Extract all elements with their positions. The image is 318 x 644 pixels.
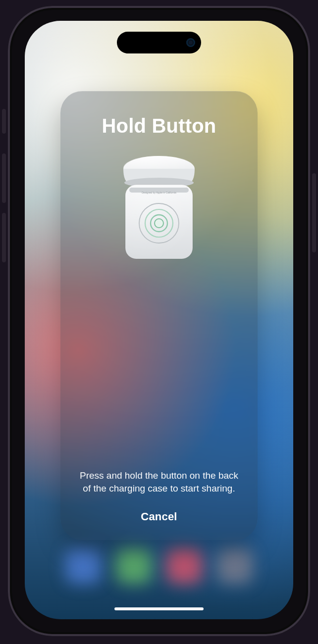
- side-button-ringer: [2, 109, 6, 134]
- dock-app-blur: [65, 548, 101, 584]
- iphone-frame: Hold Button: [0, 0, 318, 644]
- dock-app-blur: [217, 548, 253, 584]
- pairing-modal: Hold Button: [60, 91, 258, 540]
- svg-text:Designed by Apple in Californi: Designed by Apple in California: [142, 191, 176, 194]
- airpods-case-icon: Designed by Apple in California: [115, 154, 203, 268]
- dock-app-blur: [166, 548, 202, 584]
- dock-app-blur: [116, 548, 152, 584]
- front-camera: [186, 38, 195, 47]
- modal-body-text: Press and hold the button on the back of…: [74, 469, 244, 495]
- modal-title: Hold Button: [102, 115, 216, 137]
- cancel-button[interactable]: Cancel: [141, 510, 177, 523]
- home-indicator[interactable]: [114, 607, 204, 610]
- dock-blurred: [65, 548, 253, 584]
- side-button-vol-down: [2, 213, 6, 262]
- side-button-power: [312, 173, 316, 252]
- bezel: Hold Button: [8, 6, 310, 636]
- screen: Hold Button: [25, 21, 293, 619]
- side-button-vol-up: [2, 153, 6, 203]
- svg-point-10: [155, 219, 163, 228]
- dynamic-island: [117, 32, 201, 53]
